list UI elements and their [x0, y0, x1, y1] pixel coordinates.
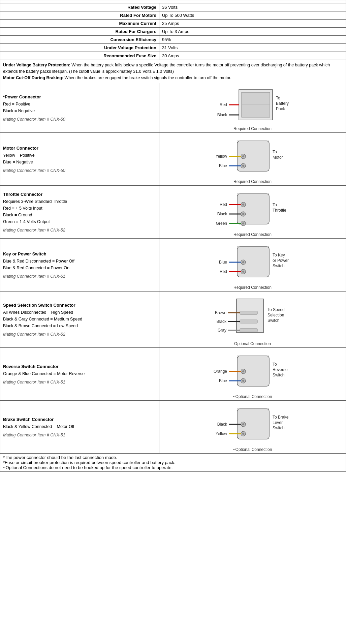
svg-point-69	[242, 380, 244, 382]
connector-title: Speed Selection Switch Connector	[3, 303, 156, 308]
connector-row: Motor Connector Yellow = PositiveBlue = …	[0, 133, 346, 186]
svg-point-25	[242, 204, 244, 206]
connector-diagram: OrangeBlueToReverseSwitch ~Optional Conn…	[159, 348, 346, 401]
svg-text:Switch: Switch	[268, 318, 279, 323]
svg-rect-53	[240, 320, 257, 323]
spec-value: Up To 500 Watts	[159, 11, 346, 20]
svg-text:Brown: Brown	[215, 310, 226, 315]
svg-text:Orange: Orange	[214, 369, 227, 374]
connector-row: Key or Power Switch Blue & Red Disconnec…	[0, 239, 346, 292]
spec-label: Rated For Chargers	[0, 28, 159, 36]
spec-row: Rated For Chargers Up To 3 Amps	[0, 28, 346, 36]
connection-label: Optional Connection	[234, 341, 271, 346]
connector-details: Black & Yellow Connected = Motor Off	[3, 423, 156, 430]
svg-rect-22	[237, 194, 269, 224]
svg-text:Blue: Blue	[219, 260, 227, 265]
connector-details: Requires 3-Wire Standard ThrottleRed = +…	[3, 198, 156, 225]
spec-value: Up To 3 Amps	[159, 28, 346, 36]
svg-text:To Brake: To Brake	[273, 415, 289, 420]
spec-label: Maximum Current	[0, 20, 159, 28]
svg-point-15	[242, 165, 244, 167]
svg-text:Green: Green	[216, 221, 227, 226]
spec-label: Conversion Efficiency	[0, 36, 159, 44]
spec-label: Recommended Fuse Size	[0, 52, 159, 60]
svg-text:To: To	[273, 203, 277, 207]
connector-row: Reverse Switch Connector Orange & Blue C…	[0, 348, 346, 401]
spec-value: 31 Volts	[159, 44, 346, 52]
connection-label: Required Connection	[233, 285, 272, 290]
svg-text:To Speed: To Speed	[268, 307, 285, 312]
diagram-wrap: BlackYellowTo BrakeLeverSwitch ~Optional…	[162, 402, 343, 452]
connector-diagram: RedBlackGreenToThrottle Required Connect…	[159, 186, 346, 239]
page-title	[0, 0, 346, 3]
connector-diagram: BrownBlackGrayTo SpeedSelectionSwitch Op…	[159, 292, 346, 348]
connector-diagram: BlackYellowTo BrakeLeverSwitch ~Optional…	[159, 401, 346, 454]
svg-text:To Key: To Key	[273, 253, 285, 257]
svg-text:or Power: or Power	[273, 258, 289, 263]
diagram-wrap: OrangeBlueToReverseSwitch ~Optional Conn…	[162, 349, 343, 399]
svg-text:Pack: Pack	[276, 106, 285, 111]
spec-label: Under Voltage Protection	[0, 44, 159, 52]
svg-point-27	[242, 213, 244, 215]
connector-info: *Power Connector Red = PositiveBlack = N…	[0, 83, 159, 133]
svg-rect-54	[240, 329, 257, 332]
diagram-wrap: YellowBlueToMotor Required Connection	[162, 134, 343, 184]
connector-title: Motor Connector	[3, 146, 156, 151]
spec-row: Maximum Current 25 Amps	[0, 20, 346, 28]
svg-text:To: To	[273, 362, 277, 367]
diagram-wrap: RedBlackGreenToThrottle Required Connect…	[162, 187, 343, 237]
svg-point-82	[242, 433, 244, 435]
diagram-wrap: RedBlackToBatteryPack Required Connectio…	[162, 85, 343, 131]
connector-title: Key or Power Switch	[3, 251, 156, 256]
connector-diagram: YellowBlueToMotor Required Connection	[159, 133, 346, 186]
spec-row: Conversion Efficiency 95%	[0, 36, 346, 44]
spec-row: Rated Voltage 36 Volts	[0, 3, 346, 11]
notes-text: Under Voltage Battery Protection: When t…	[0, 60, 346, 83]
svg-text:Reverse: Reverse	[273, 367, 288, 372]
connector-diagram: RedBlackToBatteryPack Required Connectio…	[159, 83, 346, 133]
connector-details: Yellow = PositiveBlue = Negative	[3, 152, 156, 165]
connector-mating: Mating Connector Item # CNX-51	[3, 274, 156, 279]
svg-text:Switch: Switch	[273, 373, 284, 377]
svg-text:Black: Black	[217, 212, 227, 216]
connectors-section: *Power Connector Red = PositiveBlack = N…	[0, 83, 346, 454]
connector-title: *Power Connector	[3, 94, 156, 99]
connector-details: All Wires Disconnected = High SpeedBlack…	[3, 309, 156, 329]
svg-text:Black: Black	[217, 422, 227, 427]
svg-text:Red: Red	[220, 202, 227, 207]
connector-row: Brake Switch Connector Black & Yellow Co…	[0, 401, 346, 454]
svg-point-13	[242, 155, 244, 157]
svg-text:To: To	[273, 150, 277, 154]
svg-point-29	[242, 222, 244, 224]
footer-row: *The power connector should be the last …	[0, 454, 346, 472]
connector-title: Brake Switch Connector	[3, 417, 156, 422]
svg-point-80	[242, 423, 244, 425]
connector-details: Orange & Blue Connected = Motor Reverse	[3, 370, 156, 377]
svg-rect-51	[237, 299, 263, 333]
svg-text:Blue: Blue	[219, 163, 227, 168]
connector-details: Red = PositiveBlack = Negative	[3, 101, 156, 114]
svg-text:Selection: Selection	[268, 313, 284, 317]
connector-info: Key or Power Switch Blue & Red Disconnec…	[0, 239, 159, 292]
svg-text:Black: Black	[217, 113, 227, 117]
connector-mating: Mating Connector Item # CNX-52	[3, 332, 156, 337]
notes-row: Under Voltage Battery Protection: When t…	[0, 60, 346, 83]
spec-label: Rated Voltage	[0, 3, 159, 11]
title-row	[0, 0, 346, 3]
connector-row: *Power Connector Red = PositiveBlack = N…	[0, 83, 346, 133]
svg-text:Throttle: Throttle	[273, 208, 286, 213]
connection-label: ~Optional Connection	[233, 447, 272, 452]
specs-section: Rated Voltage 36 Volts Rated For Motors …	[0, 3, 346, 60]
connector-mating: Mating Connector Item # CNX-50	[3, 117, 156, 122]
svg-text:Yellow: Yellow	[216, 431, 227, 436]
svg-text:Lever: Lever	[273, 420, 283, 425]
svg-text:Motor: Motor	[273, 155, 283, 160]
spec-value: 36 Volts	[159, 3, 346, 11]
footer-item: ~Optional Connections do not need to be …	[3, 465, 343, 470]
footer-text: *The power connector should be the last …	[0, 454, 346, 472]
connector-info: Speed Selection Switch Connector All Wir…	[0, 292, 159, 348]
svg-text:Battery: Battery	[276, 101, 289, 106]
spec-value: 95%	[159, 36, 346, 44]
spec-value: 25 Amps	[159, 20, 346, 28]
diagram-wrap: BlueRedTo Keyor PowerSwitch Required Con…	[162, 240, 343, 290]
